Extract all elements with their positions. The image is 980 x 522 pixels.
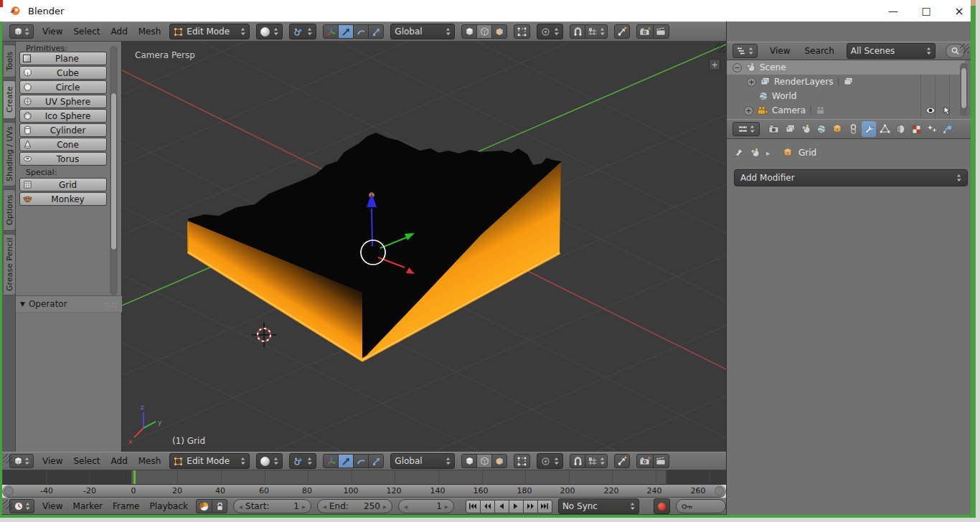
shading-dropdown[interactable] bbox=[256, 24, 283, 39]
ruler-left-cap[interactable] bbox=[4, 486, 14, 495]
current-frame-field[interactable]: ◂ 1 ▸ bbox=[398, 499, 454, 513]
panel-grip-icon[interactable]: :::: bbox=[105, 300, 118, 308]
selectability-cursor-icon[interactable] bbox=[943, 106, 951, 115]
pivot-dropdown[interactable] bbox=[289, 453, 316, 469]
current-frame-playhead[interactable] bbox=[133, 470, 136, 484]
mode-dropdown[interactable]: Edit Mode bbox=[169, 453, 250, 469]
occlude-geometry-button[interactable] bbox=[514, 454, 530, 468]
render-opengl-button[interactable] bbox=[636, 454, 654, 468]
tab-render[interactable] bbox=[767, 121, 781, 137]
tab-world[interactable] bbox=[814, 121, 829, 137]
timeline-menu-marker[interactable]: Marker bbox=[71, 501, 105, 511]
snap-magnet-button[interactable] bbox=[570, 24, 585, 39]
maximize-button[interactable]: □ bbox=[917, 0, 936, 22]
pin-icon[interactable] bbox=[734, 148, 744, 158]
jump-to-end-button[interactable] bbox=[537, 500, 552, 513]
menu-view[interactable]: View bbox=[40, 456, 65, 466]
tab-shading-uvs[interactable]: Shading / UVs bbox=[4, 122, 16, 186]
add-grid-button[interactable]: Grid bbox=[19, 178, 107, 191]
outliner-scrollbar-thumb[interactable] bbox=[961, 67, 967, 109]
timeline-track[interactable] bbox=[2, 470, 726, 485]
menu-mesh[interactable]: Mesh bbox=[136, 456, 164, 466]
lock-time-cursor-button[interactable] bbox=[212, 499, 227, 513]
auto-keyframe-record-button[interactable] bbox=[654, 498, 670, 514]
menu-select[interactable]: Select bbox=[71, 456, 102, 466]
increment-arrow-icon[interactable]: ▸ bbox=[445, 503, 448, 511]
snap-element-dropdown[interactable] bbox=[585, 454, 608, 468]
add-modifier-dropdown[interactable]: Add Modifier bbox=[734, 169, 968, 186]
outliner-row-camera[interactable]: + Camera | bbox=[727, 103, 976, 118]
add-monkey-button[interactable]: Monkey bbox=[19, 192, 107, 206]
visibility-eye-icon[interactable] bbox=[925, 106, 936, 115]
pivot-dropdown[interactable] bbox=[289, 24, 316, 39]
render-opengl-button[interactable] bbox=[636, 24, 654, 39]
occlude-geometry-button[interactable] bbox=[514, 24, 530, 39]
snap-element-dropdown[interactable] bbox=[585, 24, 608, 39]
scene-breadcrumb-icon[interactable] bbox=[750, 148, 760, 158]
operator-panel-header[interactable]: ▼ Operator :::: bbox=[16, 295, 122, 313]
area-corner-handle[interactable] bbox=[715, 43, 725, 52]
orientation-dropdown[interactable]: Global bbox=[390, 24, 455, 39]
ruler-right-cap[interactable] bbox=[715, 486, 724, 495]
keying-set-field[interactable] bbox=[676, 499, 726, 513]
tab-object-data[interactable] bbox=[877, 121, 892, 137]
area-corner-handle[interactable] bbox=[3, 500, 12, 509]
manipulate-center-points-button[interactable] bbox=[614, 454, 630, 468]
sync-dropdown[interactable]: No Sync bbox=[558, 498, 639, 514]
shading-dropdown[interactable] bbox=[256, 453, 283, 469]
close-button[interactable]: × bbox=[950, 0, 969, 22]
vertex-select-button[interactable] bbox=[461, 454, 477, 468]
toolshelf-scrollbar-thumb[interactable] bbox=[110, 92, 117, 250]
tab-tools[interactable]: Tools bbox=[4, 44, 16, 77]
area-corner-handle[interactable] bbox=[3, 454, 12, 463]
increment-arrow-icon[interactable]: ▸ bbox=[383, 503, 387, 511]
increment-arrow-icon[interactable]: ▸ bbox=[302, 503, 306, 511]
titlebar[interactable]: Blender bbox=[0, 0, 971, 22]
tab-scene[interactable] bbox=[798, 121, 813, 137]
outliner-row-world[interactable]: World bbox=[727, 89, 980, 103]
next-keyframe-button[interactable] bbox=[523, 500, 538, 513]
play-reverse-button[interactable] bbox=[494, 500, 509, 513]
menu-add[interactable]: Add bbox=[109, 456, 130, 466]
tab-physics[interactable] bbox=[941, 121, 955, 137]
tab-material[interactable] bbox=[893, 121, 908, 137]
terrain-mesh[interactable] bbox=[188, 133, 561, 360]
orientation-dropdown[interactable]: Global bbox=[390, 453, 455, 469]
timeline-ruler[interactable]: -40 -20 0 20 40 60 80 100 120 140 160 18… bbox=[2, 485, 726, 498]
add-cylinder-button[interactable]: Cylinder bbox=[19, 123, 107, 137]
add-torus-button[interactable]: Torus bbox=[19, 152, 107, 166]
outliner-menu-search[interactable]: Search bbox=[803, 46, 837, 56]
properties-editor-type-button[interactable] bbox=[732, 122, 760, 136]
manipulator-axes-button[interactable] bbox=[323, 454, 339, 468]
area-corner-handle[interactable] bbox=[960, 44, 969, 53]
editor-type-button[interactable] bbox=[9, 454, 34, 468]
viewport-3d[interactable]: z y x Camera Persp (1) Grid + bbox=[122, 42, 726, 452]
scale-manipulator-button[interactable] bbox=[368, 454, 384, 468]
manipulate-center-points-button[interactable] bbox=[614, 24, 630, 39]
timeline-menu-playback[interactable]: Playback bbox=[147, 501, 190, 511]
editor-type-button[interactable] bbox=[9, 24, 34, 39]
add-cube-button[interactable]: Cube bbox=[19, 66, 107, 80]
proportional-edit-dropdown[interactable] bbox=[537, 24, 563, 39]
snap-magnet-button[interactable] bbox=[570, 454, 585, 468]
previous-keyframe-button[interactable] bbox=[480, 500, 495, 513]
mode-dropdown[interactable]: Edit Mode bbox=[169, 24, 250, 39]
expand-icon[interactable]: + bbox=[747, 77, 756, 87]
tab-create[interactable]: Create bbox=[4, 80, 16, 119]
outliner-row-scene[interactable]: − Scene bbox=[727, 60, 965, 75]
tab-render-layers[interactable] bbox=[783, 121, 797, 137]
tab-particles[interactable] bbox=[925, 121, 939, 137]
face-select-button[interactable] bbox=[491, 24, 507, 39]
edge-select-button[interactable] bbox=[476, 454, 492, 468]
tab-texture[interactable] bbox=[909, 121, 923, 137]
outliner-scrollbar[interactable] bbox=[960, 63, 968, 116]
tab-object[interactable] bbox=[830, 121, 844, 137]
timeline-editor-type-button[interactable] bbox=[9, 499, 34, 513]
menu-add[interactable]: Add bbox=[109, 27, 130, 37]
jump-to-start-button[interactable] bbox=[466, 500, 481, 513]
add-uv-sphere-button[interactable]: UV Sphere bbox=[19, 95, 107, 108]
decrement-arrow-icon[interactable]: ◂ bbox=[404, 503, 407, 511]
menu-mesh[interactable]: Mesh bbox=[136, 27, 164, 37]
decrement-arrow-icon[interactable]: ◂ bbox=[239, 503, 242, 511]
decrement-arrow-icon[interactable]: ◂ bbox=[323, 503, 326, 511]
